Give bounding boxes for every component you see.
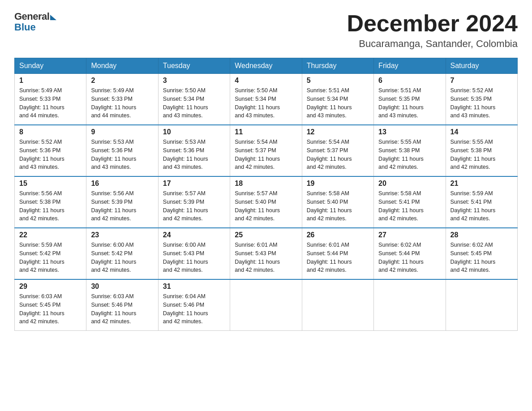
calendar-cell: 4Sunrise: 5:50 AMSunset: 5:34 PMDaylight… bbox=[230, 74, 302, 125]
day-number: 31 bbox=[163, 283, 225, 291]
day-number: 25 bbox=[235, 231, 297, 239]
day-info: Sunrise: 5:58 AMSunset: 5:41 PMDaylight:… bbox=[378, 189, 441, 223]
location-title: Bucaramanga, Santander, Colombia bbox=[347, 38, 518, 50]
day-info: Sunrise: 6:02 AMSunset: 5:45 PMDaylight:… bbox=[450, 241, 513, 274]
day-number: 6 bbox=[378, 77, 441, 85]
day-number: 14 bbox=[450, 128, 513, 136]
day-info: Sunrise: 5:52 AMSunset: 5:36 PMDaylight:… bbox=[19, 138, 82, 171]
header-monday: Monday bbox=[86, 58, 158, 74]
calendar-cell: 30Sunrise: 6:03 AMSunset: 5:46 PMDayligh… bbox=[86, 279, 158, 331]
day-info: Sunrise: 5:56 AMSunset: 5:38 PMDaylight:… bbox=[19, 189, 82, 223]
calendar-cell: 19Sunrise: 5:58 AMSunset: 5:40 PMDayligh… bbox=[302, 176, 373, 228]
calendar-cell bbox=[446, 279, 517, 331]
day-number: 1 bbox=[19, 77, 82, 85]
page-header: General Blue December 2024 Bucaramanga, … bbox=[14, 11, 518, 50]
header-thursday: Thursday bbox=[302, 58, 373, 74]
calendar-cell: 15Sunrise: 5:56 AMSunset: 5:38 PMDayligh… bbox=[15, 176, 86, 228]
calendar-week-row: 8Sunrise: 5:52 AMSunset: 5:36 PMDaylight… bbox=[15, 125, 518, 176]
day-info: Sunrise: 5:49 AMSunset: 5:33 PMDaylight:… bbox=[91, 86, 153, 120]
calendar-cell: 11Sunrise: 5:54 AMSunset: 5:37 PMDayligh… bbox=[230, 125, 302, 176]
calendar-cell: 29Sunrise: 6:03 AMSunset: 5:45 PMDayligh… bbox=[15, 279, 86, 331]
day-number: 12 bbox=[307, 128, 369, 136]
calendar-week-row: 1Sunrise: 5:49 AMSunset: 5:33 PMDaylight… bbox=[15, 74, 518, 125]
day-number: 29 bbox=[19, 283, 82, 291]
day-number: 23 bbox=[91, 231, 153, 239]
title-block: December 2024 Bucaramanga, Santander, Co… bbox=[347, 11, 518, 50]
calendar-cell: 6Sunrise: 5:51 AMSunset: 5:35 PMDaylight… bbox=[374, 74, 446, 125]
day-number: 24 bbox=[163, 231, 225, 239]
calendar-cell: 18Sunrise: 5:57 AMSunset: 5:40 PMDayligh… bbox=[230, 176, 302, 228]
day-info: Sunrise: 5:59 AMSunset: 5:41 PMDaylight:… bbox=[450, 189, 513, 223]
calendar-table: SundayMondayTuesdayWednesdayThursdayFrid… bbox=[14, 58, 518, 331]
day-info: Sunrise: 5:55 AMSunset: 5:38 PMDaylight:… bbox=[450, 138, 513, 171]
day-info: Sunrise: 5:53 AMSunset: 5:36 PMDaylight:… bbox=[163, 138, 225, 171]
calendar-cell: 16Sunrise: 5:56 AMSunset: 5:39 PMDayligh… bbox=[86, 176, 158, 228]
calendar-cell: 22Sunrise: 5:59 AMSunset: 5:42 PMDayligh… bbox=[15, 228, 86, 279]
calendar-cell: 5Sunrise: 5:51 AMSunset: 5:34 PMDaylight… bbox=[302, 74, 373, 125]
day-info: Sunrise: 5:50 AMSunset: 5:34 PMDaylight:… bbox=[235, 86, 297, 120]
day-number: 17 bbox=[163, 180, 225, 188]
day-info: Sunrise: 6:01 AMSunset: 5:44 PMDaylight:… bbox=[307, 241, 369, 274]
calendar-cell: 13Sunrise: 5:55 AMSunset: 5:38 PMDayligh… bbox=[374, 125, 446, 176]
calendar-cell: 3Sunrise: 5:50 AMSunset: 5:34 PMDaylight… bbox=[158, 74, 230, 125]
calendar-cell: 2Sunrise: 5:49 AMSunset: 5:33 PMDaylight… bbox=[86, 74, 158, 125]
day-number: 28 bbox=[450, 231, 513, 239]
logo: General Blue bbox=[14, 11, 56, 33]
logo-general-text: General bbox=[14, 11, 49, 22]
day-number: 5 bbox=[307, 77, 369, 85]
day-number: 27 bbox=[378, 231, 441, 239]
calendar-header-row: SundayMondayTuesdayWednesdayThursdayFrid… bbox=[15, 58, 518, 74]
calendar-cell: 10Sunrise: 5:53 AMSunset: 5:36 PMDayligh… bbox=[158, 125, 230, 176]
calendar-cell bbox=[230, 279, 302, 331]
day-info: Sunrise: 6:02 AMSunset: 5:44 PMDaylight:… bbox=[378, 241, 441, 274]
day-info: Sunrise: 6:01 AMSunset: 5:43 PMDaylight:… bbox=[235, 241, 297, 274]
day-number: 13 bbox=[378, 128, 441, 136]
calendar-week-row: 15Sunrise: 5:56 AMSunset: 5:38 PMDayligh… bbox=[15, 176, 518, 228]
calendar-cell: 31Sunrise: 6:04 AMSunset: 5:46 PMDayligh… bbox=[158, 279, 230, 331]
day-number: 18 bbox=[235, 180, 297, 188]
calendar-cell: 28Sunrise: 6:02 AMSunset: 5:45 PMDayligh… bbox=[446, 228, 517, 279]
calendar-cell: 27Sunrise: 6:02 AMSunset: 5:44 PMDayligh… bbox=[374, 228, 446, 279]
calendar-cell: 21Sunrise: 5:59 AMSunset: 5:41 PMDayligh… bbox=[446, 176, 517, 228]
calendar-cell: 24Sunrise: 6:00 AMSunset: 5:43 PMDayligh… bbox=[158, 228, 230, 279]
day-info: Sunrise: 6:00 AMSunset: 5:42 PMDaylight:… bbox=[91, 241, 153, 274]
header-friday: Friday bbox=[374, 58, 446, 74]
day-number: 19 bbox=[307, 180, 369, 188]
day-number: 22 bbox=[19, 231, 82, 239]
calendar-cell: 1Sunrise: 5:49 AMSunset: 5:33 PMDaylight… bbox=[15, 74, 86, 125]
day-info: Sunrise: 5:50 AMSunset: 5:34 PMDaylight:… bbox=[163, 86, 225, 120]
day-info: Sunrise: 6:00 AMSunset: 5:43 PMDaylight:… bbox=[163, 241, 225, 274]
day-number: 20 bbox=[378, 180, 441, 188]
calendar-week-row: 22Sunrise: 5:59 AMSunset: 5:42 PMDayligh… bbox=[15, 228, 518, 279]
day-info: Sunrise: 6:04 AMSunset: 5:46 PMDaylight:… bbox=[163, 292, 225, 326]
day-info: Sunrise: 5:54 AMSunset: 5:37 PMDaylight:… bbox=[235, 138, 297, 171]
calendar-week-row: 29Sunrise: 6:03 AMSunset: 5:45 PMDayligh… bbox=[15, 279, 518, 331]
day-info: Sunrise: 5:49 AMSunset: 5:33 PMDaylight:… bbox=[19, 86, 82, 120]
logo-arrow-icon bbox=[50, 15, 56, 20]
day-info: Sunrise: 5:52 AMSunset: 5:35 PMDaylight:… bbox=[450, 86, 513, 120]
day-number: 2 bbox=[91, 77, 153, 85]
day-info: Sunrise: 5:53 AMSunset: 5:36 PMDaylight:… bbox=[91, 138, 153, 171]
day-number: 30 bbox=[91, 283, 153, 291]
header-sunday: Sunday bbox=[15, 58, 86, 74]
day-number: 4 bbox=[235, 77, 297, 85]
header-saturday: Saturday bbox=[446, 58, 517, 74]
day-number: 9 bbox=[91, 128, 153, 136]
day-number: 10 bbox=[163, 128, 225, 136]
calendar-cell: 23Sunrise: 6:00 AMSunset: 5:42 PMDayligh… bbox=[86, 228, 158, 279]
header-wednesday: Wednesday bbox=[230, 58, 302, 74]
day-number: 7 bbox=[450, 77, 513, 85]
day-info: Sunrise: 5:58 AMSunset: 5:40 PMDaylight:… bbox=[307, 189, 369, 223]
day-info: Sunrise: 5:54 AMSunset: 5:37 PMDaylight:… bbox=[307, 138, 369, 171]
calendar-cell bbox=[374, 279, 446, 331]
calendar-cell bbox=[302, 279, 373, 331]
day-info: Sunrise: 6:03 AMSunset: 5:46 PMDaylight:… bbox=[91, 292, 153, 326]
month-title: December 2024 bbox=[347, 11, 518, 36]
day-number: 16 bbox=[91, 180, 153, 188]
logo-blue-text: Blue bbox=[14, 21, 36, 33]
day-info: Sunrise: 6:03 AMSunset: 5:45 PMDaylight:… bbox=[19, 292, 82, 326]
calendar-cell: 26Sunrise: 6:01 AMSunset: 5:44 PMDayligh… bbox=[302, 228, 373, 279]
calendar-cell: 25Sunrise: 6:01 AMSunset: 5:43 PMDayligh… bbox=[230, 228, 302, 279]
calendar-cell: 8Sunrise: 5:52 AMSunset: 5:36 PMDaylight… bbox=[15, 125, 86, 176]
day-number: 3 bbox=[163, 77, 225, 85]
